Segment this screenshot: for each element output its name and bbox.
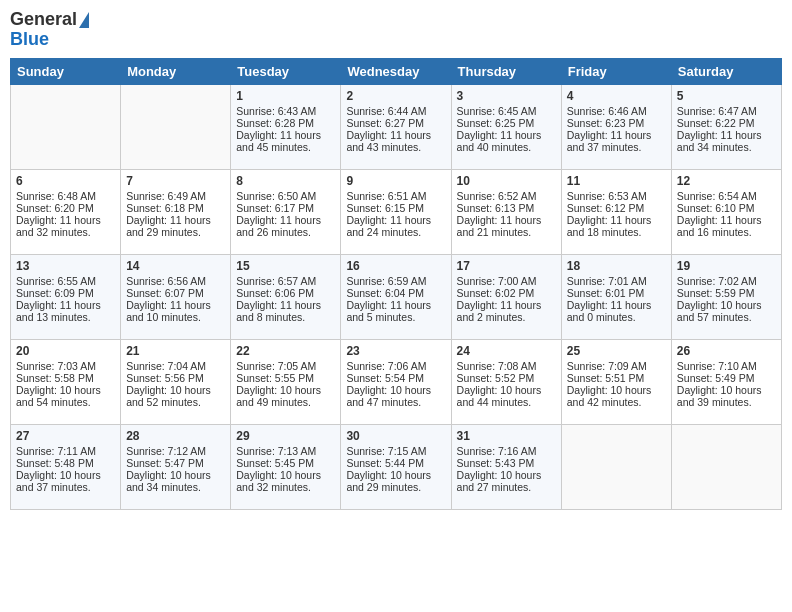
sunrise-text: Sunrise: 6:50 AM (236, 190, 316, 202)
daylight-text: Daylight: 10 hours and 57 minutes. (677, 299, 762, 323)
calendar-cell: 22Sunrise: 7:05 AMSunset: 5:55 PMDayligh… (231, 339, 341, 424)
sunset-text: Sunset: 6:22 PM (677, 117, 755, 129)
calendar-cell: 28Sunrise: 7:12 AMSunset: 5:47 PMDayligh… (121, 424, 231, 509)
day-of-week-header: Sunday (11, 58, 121, 84)
day-of-week-row: SundayMondayTuesdayWednesdayThursdayFrid… (11, 58, 782, 84)
sunset-text: Sunset: 6:12 PM (567, 202, 645, 214)
sunrise-text: Sunrise: 7:02 AM (677, 275, 757, 287)
day-number: 21 (126, 344, 225, 358)
daylight-text: Daylight: 10 hours and 37 minutes. (16, 469, 101, 493)
calendar-cell: 31Sunrise: 7:16 AMSunset: 5:43 PMDayligh… (451, 424, 561, 509)
daylight-text: Daylight: 10 hours and 34 minutes. (126, 469, 211, 493)
sunrise-text: Sunrise: 7:11 AM (16, 445, 96, 457)
daylight-text: Daylight: 10 hours and 47 minutes. (346, 384, 431, 408)
sunset-text: Sunset: 6:25 PM (457, 117, 535, 129)
day-number: 16 (346, 259, 445, 273)
daylight-text: Daylight: 11 hours and 24 minutes. (346, 214, 431, 238)
daylight-text: Daylight: 11 hours and 43 minutes. (346, 129, 431, 153)
calendar-cell (671, 424, 781, 509)
day-of-week-header: Tuesday (231, 58, 341, 84)
sunset-text: Sunset: 6:20 PM (16, 202, 94, 214)
sunrise-text: Sunrise: 6:47 AM (677, 105, 757, 117)
daylight-text: Daylight: 11 hours and 40 minutes. (457, 129, 542, 153)
daylight-text: Daylight: 11 hours and 10 minutes. (126, 299, 211, 323)
day-of-week-header: Wednesday (341, 58, 451, 84)
sunrise-text: Sunrise: 7:04 AM (126, 360, 206, 372)
day-number: 6 (16, 174, 115, 188)
sunset-text: Sunset: 5:43 PM (457, 457, 535, 469)
sunrise-text: Sunrise: 6:52 AM (457, 190, 537, 202)
sunrise-text: Sunrise: 7:13 AM (236, 445, 316, 457)
sunrise-text: Sunrise: 7:03 AM (16, 360, 96, 372)
sunrise-text: Sunrise: 7:01 AM (567, 275, 647, 287)
logo-triangle-icon (79, 12, 89, 28)
sunset-text: Sunset: 5:54 PM (346, 372, 424, 384)
day-number: 18 (567, 259, 666, 273)
day-number: 23 (346, 344, 445, 358)
day-number: 15 (236, 259, 335, 273)
day-number: 20 (16, 344, 115, 358)
daylight-text: Daylight: 11 hours and 5 minutes. (346, 299, 431, 323)
daylight-text: Daylight: 11 hours and 37 minutes. (567, 129, 652, 153)
day-number: 19 (677, 259, 776, 273)
calendar-cell: 4Sunrise: 6:46 AMSunset: 6:23 PMDaylight… (561, 84, 671, 169)
sunrise-text: Sunrise: 6:51 AM (346, 190, 426, 202)
sunrise-text: Sunrise: 6:44 AM (346, 105, 426, 117)
calendar-cell: 3Sunrise: 6:45 AMSunset: 6:25 PMDaylight… (451, 84, 561, 169)
calendar-cell: 12Sunrise: 6:54 AMSunset: 6:10 PMDayligh… (671, 169, 781, 254)
sunset-text: Sunset: 5:51 PM (567, 372, 645, 384)
sunset-text: Sunset: 6:02 PM (457, 287, 535, 299)
calendar-cell: 20Sunrise: 7:03 AMSunset: 5:58 PMDayligh… (11, 339, 121, 424)
sunset-text: Sunset: 5:58 PM (16, 372, 94, 384)
daylight-text: Daylight: 10 hours and 42 minutes. (567, 384, 652, 408)
sunrise-text: Sunrise: 7:06 AM (346, 360, 426, 372)
calendar-cell (561, 424, 671, 509)
calendar-cell: 8Sunrise: 6:50 AMSunset: 6:17 PMDaylight… (231, 169, 341, 254)
calendar-cell: 24Sunrise: 7:08 AMSunset: 5:52 PMDayligh… (451, 339, 561, 424)
daylight-text: Daylight: 10 hours and 49 minutes. (236, 384, 321, 408)
calendar-cell: 13Sunrise: 6:55 AMSunset: 6:09 PMDayligh… (11, 254, 121, 339)
daylight-text: Daylight: 10 hours and 39 minutes. (677, 384, 762, 408)
sunset-text: Sunset: 6:09 PM (16, 287, 94, 299)
calendar-cell: 6Sunrise: 6:48 AMSunset: 6:20 PMDaylight… (11, 169, 121, 254)
day-number: 26 (677, 344, 776, 358)
day-of-week-header: Monday (121, 58, 231, 84)
sunrise-text: Sunrise: 7:00 AM (457, 275, 537, 287)
sunset-text: Sunset: 5:52 PM (457, 372, 535, 384)
daylight-text: Daylight: 10 hours and 54 minutes. (16, 384, 101, 408)
sunrise-text: Sunrise: 7:15 AM (346, 445, 426, 457)
sunrise-text: Sunrise: 6:48 AM (16, 190, 96, 202)
daylight-text: Daylight: 11 hours and 32 minutes. (16, 214, 101, 238)
daylight-text: Daylight: 11 hours and 45 minutes. (236, 129, 321, 153)
sunrise-text: Sunrise: 6:57 AM (236, 275, 316, 287)
calendar-cell: 19Sunrise: 7:02 AMSunset: 5:59 PMDayligh… (671, 254, 781, 339)
calendar-cell: 23Sunrise: 7:06 AMSunset: 5:54 PMDayligh… (341, 339, 451, 424)
calendar-cell: 21Sunrise: 7:04 AMSunset: 5:56 PMDayligh… (121, 339, 231, 424)
day-number: 27 (16, 429, 115, 443)
sunset-text: Sunset: 6:27 PM (346, 117, 424, 129)
day-number: 14 (126, 259, 225, 273)
sunrise-text: Sunrise: 6:45 AM (457, 105, 537, 117)
logo-blue-text: Blue (10, 30, 89, 50)
day-number: 25 (567, 344, 666, 358)
daylight-text: Daylight: 10 hours and 52 minutes. (126, 384, 211, 408)
day-number: 13 (16, 259, 115, 273)
daylight-text: Daylight: 11 hours and 29 minutes. (126, 214, 211, 238)
day-number: 11 (567, 174, 666, 188)
sunset-text: Sunset: 5:48 PM (16, 457, 94, 469)
sunset-text: Sunset: 6:10 PM (677, 202, 755, 214)
sunset-text: Sunset: 6:04 PM (346, 287, 424, 299)
sunset-text: Sunset: 5:44 PM (346, 457, 424, 469)
daylight-text: Daylight: 10 hours and 32 minutes. (236, 469, 321, 493)
day-number: 30 (346, 429, 445, 443)
day-number: 12 (677, 174, 776, 188)
daylight-text: Daylight: 11 hours and 21 minutes. (457, 214, 542, 238)
calendar-cell: 1Sunrise: 6:43 AMSunset: 6:28 PMDaylight… (231, 84, 341, 169)
sunset-text: Sunset: 6:15 PM (346, 202, 424, 214)
sunset-text: Sunset: 5:47 PM (126, 457, 204, 469)
daylight-text: Daylight: 10 hours and 29 minutes. (346, 469, 431, 493)
calendar-cell: 25Sunrise: 7:09 AMSunset: 5:51 PMDayligh… (561, 339, 671, 424)
calendar-week-row: 6Sunrise: 6:48 AMSunset: 6:20 PMDaylight… (11, 169, 782, 254)
sunrise-text: Sunrise: 6:55 AM (16, 275, 96, 287)
sunset-text: Sunset: 6:01 PM (567, 287, 645, 299)
